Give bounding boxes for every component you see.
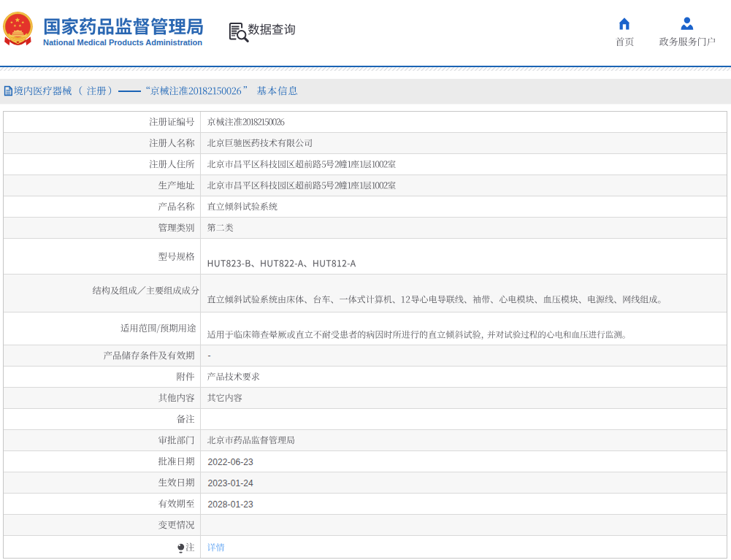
svg-text:2022-06-23: 2022-06-23: [208, 457, 254, 467]
svg-text:2028-01-23: 2028-01-23: [208, 499, 254, 510]
svg-text:-: -: [208, 350, 211, 361]
svg-text:National Medical Products Admi: National Medical Products Administration: [43, 38, 202, 47]
svg-text:2023-01-24: 2023-01-24: [208, 478, 254, 488]
